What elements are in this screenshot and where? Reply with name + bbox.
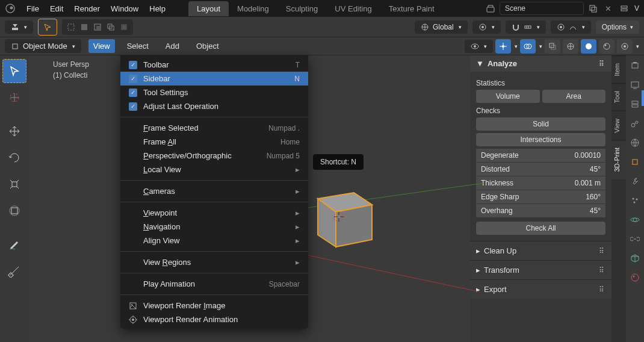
row-thickness[interactable]: Thickness — [476, 176, 550, 190]
visibility-dropdown[interactable]: ▾ — [465, 40, 493, 53]
view-tool-settings[interactable]: ✓ Tool Settings — [120, 86, 308, 99]
tool-move[interactable] — [2, 119, 26, 143]
select-set-icon[interactable] — [64, 20, 78, 34]
analyze-header[interactable]: ▼ Analyze ⠿ — [470, 55, 611, 72]
sidetab-tool[interactable]: Tool — [611, 83, 626, 110]
tab-sculpting[interactable]: Sculpting — [277, 1, 326, 16]
thickness-value[interactable]: 0.001 m — [550, 176, 605, 190]
overlay-toggle[interactable] — [520, 39, 536, 54]
prop-render[interactable] — [627, 58, 643, 73]
view-render-image[interactable]: Viewport Render Image — [120, 299, 308, 312]
view-regions[interactable]: View Regions ▸ — [120, 255, 308, 269]
drag-handle-icon[interactable]: ⠿ — [599, 266, 605, 275]
view-render-animation[interactable]: Viewport Render Animation — [120, 312, 308, 326]
menu-file[interactable]: File — [26, 4, 39, 13]
row-degenerate[interactable]: Degenerate — [476, 149, 550, 163]
shading-dropdown-icon[interactable]: ▾ — [636, 43, 639, 49]
shade-matpreview[interactable] — [599, 39, 615, 54]
drag-handle-icon[interactable]: ⠿ — [599, 247, 605, 255]
viewlayer-browse-icon[interactable] — [618, 2, 631, 15]
view-play-animation[interactable]: Play Animation Spacebar — [120, 277, 308, 291]
view-local[interactable]: Local View ▸ — [120, 163, 308, 176]
3d-viewport[interactable]: User Persp (1) Collecti X Y Z — [29, 55, 470, 342]
edge-sharp-value[interactable]: 160° — [550, 190, 605, 204]
select-invert-icon[interactable] — [117, 20, 131, 34]
drag-handle-icon[interactable]: ⠿ — [599, 285, 605, 294]
shade-wireframe[interactable] — [563, 39, 578, 54]
tab-modeling[interactable]: Modeling — [229, 1, 277, 16]
shade-rendered[interactable] — [617, 39, 633, 54]
prop-output[interactable] — [627, 77, 643, 93]
prop-world[interactable] — [627, 135, 643, 151]
gizmo-dropdown-icon[interactable]: ▾ — [515, 43, 518, 49]
view-cameras[interactable]: Cameras ▸ — [120, 184, 308, 198]
transform-orientation-dropdown[interactable]: Global ▾ — [415, 20, 468, 34]
prop-viewlayer[interactable] — [627, 96, 643, 112]
tool-cursor[interactable] — [2, 86, 26, 110]
view-persp-ortho[interactable]: Perspective/Orthographic Numpad 5 — [120, 149, 308, 163]
tool-rotate[interactable] — [2, 146, 26, 170]
select-intersect-icon[interactable] — [104, 20, 117, 34]
scene-name-field[interactable]: Scene — [500, 2, 584, 15]
area-button[interactable]: Area — [542, 90, 606, 103]
prop-object[interactable] — [627, 154, 643, 170]
gizmo-toggle[interactable] — [495, 39, 511, 54]
distorted-value[interactable]: 45° — [550, 163, 605, 176]
cleanup-header[interactable]: ▸Clean Up⠿ — [470, 241, 611, 260]
menu-view[interactable]: View — [88, 39, 115, 53]
tab-uv-editing[interactable]: UV Editing — [326, 1, 380, 16]
drag-handle-icon[interactable]: ⠿ — [599, 60, 605, 68]
prop-scene[interactable] — [627, 116, 643, 131]
tab-layout[interactable]: Layout — [188, 1, 229, 16]
tool-measure[interactable] — [2, 259, 26, 283]
view-sidebar[interactable]: ✓ Sidebar N — [120, 72, 308, 86]
mode-dropdown[interactable]: Object Mode ▾ — [5, 39, 81, 53]
prop-constraints[interactable] — [627, 231, 643, 247]
check-all-button[interactable]: Check All — [476, 222, 605, 235]
menu-render[interactable]: Render — [74, 4, 100, 13]
overhang-value[interactable]: 45° — [550, 204, 605, 218]
tool-scale[interactable] — [2, 172, 26, 196]
view-align[interactable]: Align View ▸ — [120, 234, 308, 247]
select-extend-icon[interactable] — [78, 20, 91, 34]
shade-solid[interactable] — [581, 39, 596, 54]
view-navigation[interactable]: Navigation ▸ — [120, 220, 308, 234]
view-viewpoint[interactable]: Viewpoint ▸ — [120, 206, 308, 220]
view-frame-all[interactable]: Frame All Home — [120, 135, 308, 149]
sidetab-3d-print[interactable]: 3D-Print — [611, 140, 626, 179]
options-dropdown[interactable]: Options ▾ — [596, 20, 639, 34]
prop-data[interactable] — [627, 250, 643, 266]
tool-transform[interactable] — [2, 199, 26, 223]
scene-browse-icon[interactable] — [484, 2, 497, 15]
row-distorted[interactable]: Distorted — [476, 163, 550, 176]
view-toolbar[interactable]: ✓ Toolbar T — [120, 58, 308, 72]
snap-dropdown[interactable]: ▾ — [506, 20, 546, 34]
row-edge-sharp[interactable]: Edge Sharp — [476, 190, 550, 204]
xray-toggle[interactable] — [545, 39, 560, 54]
tab-texture-paint[interactable]: Texture Paint — [380, 1, 443, 16]
overlay-dropdown-icon[interactable]: ▾ — [539, 43, 542, 49]
volume-button[interactable]: Volume — [476, 90, 540, 103]
proportional-edit-dropdown[interactable]: ▾ — [551, 20, 591, 34]
delete-scene-icon[interactable]: ✕ — [602, 2, 615, 15]
export-header[interactable]: ▸Export⠿ — [470, 279, 611, 299]
prop-material[interactable] — [627, 270, 643, 285]
tool-annotate[interactable] — [2, 232, 26, 256]
transform-header[interactable]: ▸Transform⠿ — [470, 260, 611, 279]
select-box-tool[interactable] — [38, 19, 57, 36]
view-adjust-last[interactable]: ✓ Adjust Last Operation — [120, 99, 308, 113]
prop-modifiers[interactable] — [627, 173, 643, 189]
menu-help[interactable]: Help — [149, 4, 166, 13]
editor-type-dropdown[interactable]: ▾ — [5, 20, 33, 34]
select-subtract-icon[interactable] — [91, 20, 104, 34]
default-cube[interactable] — [306, 175, 384, 259]
menu-object[interactable]: Object — [191, 39, 224, 53]
sidetab-item[interactable]: Item — [611, 55, 626, 83]
row-overhang[interactable]: Overhang — [476, 204, 550, 218]
degenerate-value[interactable]: 0.00010 — [550, 149, 605, 163]
prop-physics[interactable] — [627, 212, 643, 228]
solid-button[interactable]: Solid — [476, 117, 605, 131]
prop-particles[interactable] — [627, 193, 643, 208]
tool-select-box[interactable] — [2, 59, 26, 83]
pivot-dropdown[interactable]: ▾ — [472, 20, 501, 34]
